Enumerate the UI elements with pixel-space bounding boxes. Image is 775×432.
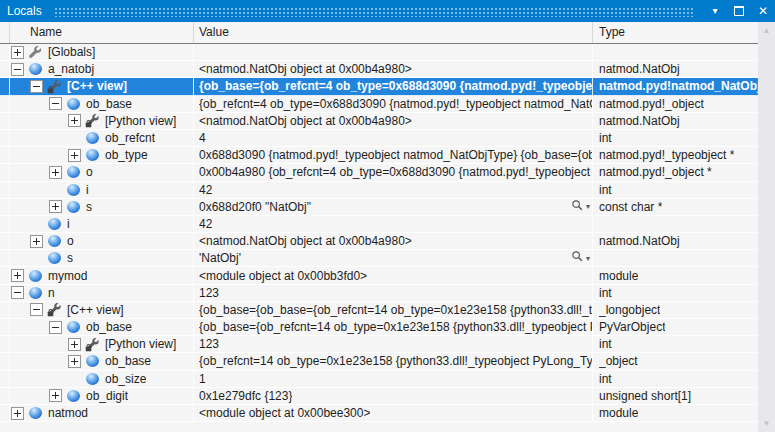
expand-toggle[interactable] [11,407,24,420]
variable-icon-slot [28,406,43,421]
variable-icon-slot [47,251,62,266]
table-row[interactable]: i 42 [0,216,758,233]
value-cell[interactable]: 0x688d3090 {natmod.pyd!_typeobject natmo… [194,147,593,163]
name-cell: s [10,199,194,215]
expand-toggle[interactable] [30,235,43,248]
value-cell[interactable]: 42 [194,182,593,198]
variable-value: 42 [199,217,212,231]
column-header-type[interactable]: Type [593,22,758,43]
value-cell[interactable]: 4 [194,130,593,146]
variable-name: i [67,217,70,231]
expand-toggle[interactable] [49,389,62,402]
variable-type: int [599,286,612,300]
text-visualizer-button[interactable]: ▾ [571,250,590,266]
type-cell: natmod.pyd!_typeobject * [593,147,758,163]
table-row[interactable]: ob_digit 0x1e279dfc {123} unsigned short… [0,388,758,405]
scrollbar-down-icon[interactable]: ▼ [758,415,775,432]
table-row[interactable]: ob_refcnt 4 int [0,130,758,147]
name-cell: i [10,182,194,198]
variable-icon-slot [85,354,100,369]
expand-toggle[interactable] [11,269,24,282]
value-cell[interactable]: {ob_refcnt=4 ob_type=0x688d3090 {natmod.… [194,96,593,112]
expand-toggle[interactable] [49,97,62,110]
table-row[interactable]: ob_base {ob_refcnt=4 ob_type=0x688d3090 … [0,96,758,113]
value-cell[interactable]: <natmod.NatObj object at 0x00b4a980> [194,233,593,249]
expand-toggle[interactable] [11,286,24,299]
window-position-button[interactable]: ▾ [703,0,727,22]
value-cell[interactable]: {ob_base={ob_refcnt=14 ob_type=0x1e23e15… [194,319,593,335]
table-row[interactable]: ob_type 0x688d3090 {natmod.pyd!_typeobje… [0,147,758,164]
expand-toggle[interactable] [11,46,24,59]
table-row[interactable]: s 0x688d20f0 "NatObj" ▾ const char * [0,199,758,216]
text-visualizer-button[interactable]: ▾ [571,199,590,215]
value-cell[interactable]: 0x00b4a980 {ob_refcnt=4 ob_type=0x688d30… [194,164,593,180]
value-cell[interactable] [194,44,593,60]
table-row[interactable]: [Python view] <natmod.NatObj object at 0… [0,113,758,130]
value-cell[interactable]: 'NatObj' ▾ [194,250,593,266]
table-row[interactable]: s 'NatObj' ▾ [0,250,758,267]
value-cell[interactable]: 1 [194,371,593,387]
expand-toggle[interactable] [49,200,62,213]
variable-value: 4 [199,131,206,145]
expand-toggle[interactable] [68,338,81,351]
close-button[interactable]: ✕ [751,0,775,22]
expand-toggle[interactable] [11,63,24,76]
visualizer-dropdown-icon[interactable]: ▾ [586,254,590,263]
expand-toggle[interactable] [68,149,81,162]
row-gutter [0,319,10,335]
table-row[interactable]: ob_base {ob_base={ob_refcnt=14 ob_type=0… [0,319,758,336]
titlebar[interactable]: Locals ▾ ✕ [0,0,775,22]
table-row[interactable]: ob_size 1 int [0,371,758,388]
python-object-icon [29,63,42,75]
table-row[interactable]: i 42 int [0,182,758,199]
python-object-icon [29,270,42,282]
variable-icon-slot [66,96,81,111]
value-cell[interactable]: 0x1e279dfc {123} [194,388,593,404]
vertical-scrollbar[interactable]: ▲ ▼ [758,22,775,432]
variable-icon-slot [28,45,43,60]
expand-toggle[interactable] [30,80,43,93]
table-row[interactable]: [Python view] 123 int [0,336,758,353]
table-row[interactable]: ob_base {ob_refcnt=14 ob_type=0x1e23e158… [0,353,758,370]
row-gutter [0,182,10,198]
table-row[interactable]: [C++ view] {ob_base={ob_refcnt=4 ob_type… [0,78,758,95]
row-gutter [0,267,10,283]
value-cell[interactable]: <module object at 0x00bb3fd0> [194,267,593,283]
table-row[interactable]: [Globals] [0,44,758,61]
value-cell[interactable]: <natmod.NatObj object at 0x00b4a980> [194,61,593,77]
value-cell[interactable]: <natmod.NatObj object at 0x00b4a980> [194,113,593,129]
value-cell[interactable]: {ob_base={ob_refcnt=4 ob_type=0x688d3090… [194,78,593,94]
table-row[interactable]: [C++ view] {ob_base={ob_base={ob_refcnt=… [0,302,758,319]
column-header-name[interactable]: Name [10,22,194,43]
visualizer-dropdown-icon[interactable]: ▾ [586,202,590,211]
type-cell: PyVarObject [593,319,758,335]
variables-grid: Name Value Type [Globals] [0,22,758,432]
expand-toggle[interactable] [49,166,62,179]
column-header-value[interactable]: Value [194,22,593,43]
maximize-button[interactable] [727,0,751,22]
value-cell[interactable]: <module object at 0x00bee300> [194,405,593,421]
value-cell[interactable]: 123 [194,336,593,352]
expand-toggle[interactable] [68,355,81,368]
row-gutter [0,336,10,352]
row-gutter [0,96,10,112]
type-cell: int [593,130,758,146]
expand-toggle[interactable] [68,114,81,127]
expand-toggle[interactable] [30,303,43,316]
name-cell: a_natobj [10,61,194,77]
table-row[interactable]: a_natobj <natmod.NatObj object at 0x00b4… [0,61,758,78]
value-cell[interactable]: 42 [194,216,593,232]
python-object-icon [48,218,61,230]
table-row[interactable]: o 0x00b4a980 {ob_refcnt=4 ob_type=0x688d… [0,164,758,181]
value-cell[interactable]: {ob_base={ob_base={ob_refcnt=14 ob_type=… [194,302,593,318]
value-cell[interactable]: 0x688d20f0 "NatObj" ▾ [194,199,593,215]
table-row[interactable]: n 123 int [0,285,758,302]
scrollbar-up-icon[interactable]: ▲ [758,22,775,39]
expand-toggle[interactable] [49,321,62,334]
table-row[interactable]: natmod <module object at 0x00bee300> mod… [0,405,758,422]
table-row[interactable]: o <natmod.NatObj object at 0x00b4a980> n… [0,233,758,250]
variable-name: mymod [48,269,87,283]
value-cell[interactable]: {ob_refcnt=14 ob_type=0x1e23e158 {python… [194,353,593,369]
table-row[interactable]: mymod <module object at 0x00bb3fd0> modu… [0,267,758,284]
value-cell[interactable]: 123 [194,285,593,301]
